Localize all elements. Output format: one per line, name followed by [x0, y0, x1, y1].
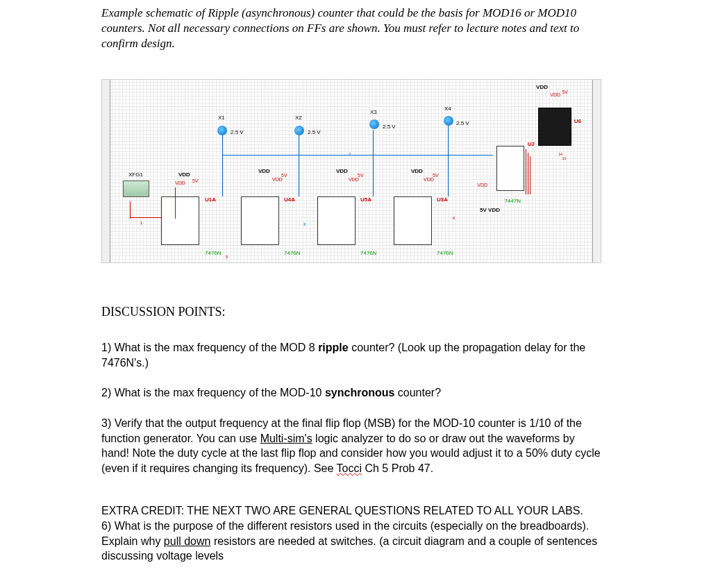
probe-x4	[444, 116, 453, 126]
u6-name: U6	[574, 118, 581, 124]
pin-num: 1	[140, 221, 142, 225]
wire	[222, 155, 493, 156]
ff-u3a-type: 7476N	[437, 250, 453, 256]
five-v-label: 5V	[192, 178, 199, 183]
ff-u3a-name: U3A	[437, 196, 448, 203]
schematic-caption: Example schematic of Ripple (asynchronou…	[101, 6, 601, 51]
ruler-left	[102, 80, 110, 262]
voltage-x3: 2.5 V	[383, 124, 396, 130]
ff-u1a-type: 7476N	[205, 250, 222, 256]
q3-spellcheck: Tocci	[337, 462, 362, 474]
vdd-red-ff2: VDD	[349, 177, 359, 182]
question-3: 3) Verify that the output frequency at t…	[101, 416, 601, 476]
u2-name: U2	[528, 141, 535, 147]
vdd-red-ff1: VDD	[272, 177, 283, 182]
q3-underline: Multi-sim's	[260, 432, 312, 444]
ff-u5a-type: 7476N	[360, 250, 377, 256]
vdd-u2: VDD	[477, 183, 487, 187]
five-v-ff3: 5V	[433, 173, 439, 178]
ff-u4a-type: 7476N	[284, 250, 301, 256]
wire	[130, 217, 161, 218]
probe-x4-label: X4	[444, 106, 451, 112]
probe-x1	[217, 126, 227, 135]
display-pin: 13	[562, 156, 566, 160]
q2-text-a: 2) What is the max frequency of the MOD-…	[101, 387, 325, 398]
vdd-ff3: VDD	[411, 168, 423, 174]
probe-x1-label: X1	[218, 115, 225, 121]
discussion-heading: DISCUSSION POINTS:	[101, 305, 601, 319]
flipflop-u3a	[394, 196, 432, 245]
wire	[130, 201, 131, 219]
five-v-display: 5V	[562, 90, 568, 94]
vdd-ff1: VDD	[258, 168, 270, 174]
pin-num: 2	[349, 152, 351, 156]
vdd-red-label: VDD	[175, 180, 185, 185]
wire	[222, 135, 223, 196]
wire	[175, 187, 176, 219]
five-v-ff2: 5V	[358, 173, 364, 178]
flipflop-u1a	[161, 196, 199, 245]
pin-num: 5	[226, 255, 228, 259]
pin-num: 3	[303, 222, 306, 226]
u2-type: 7447N	[504, 198, 521, 204]
question-1: 1) What is the max frequency of the MOD …	[101, 340, 601, 370]
function-generator	[123, 180, 149, 197]
q2-text-b: counter?	[394, 387, 441, 398]
wire	[528, 153, 528, 194]
decoder-u2	[496, 146, 524, 191]
voltage-x4: 2.5 V	[456, 120, 469, 126]
wire	[530, 156, 530, 194]
probe-x3-label: X3	[370, 109, 377, 115]
pin-num: 6	[453, 216, 455, 220]
ff-u5a-name: U5A	[360, 196, 371, 203]
vdd-label: VDD	[178, 171, 190, 178]
wire	[299, 135, 299, 196]
generator-label: XFG1	[128, 171, 143, 178]
flipflop-u4a	[241, 196, 279, 245]
q3-text-c: Ch 5 Prob 47.	[362, 462, 433, 474]
schematic-diagram: XFG1 VDD VDD 5V X1 2.5 V X2 2.5 V X3 2.5…	[101, 79, 601, 263]
q2-bold: synchronous	[325, 387, 394, 398]
probe-x2-label: X2	[295, 115, 302, 121]
vdd-display: VDD	[536, 84, 548, 90]
wire	[448, 126, 449, 196]
voltage-x2: 2.5 V	[308, 129, 321, 135]
vdd-red-ff3: VDD	[424, 177, 434, 182]
ruler-right	[592, 80, 601, 262]
five-v-ff1: 5V	[281, 173, 287, 178]
question-2: 2) What is the max frequency of the MOD-…	[101, 385, 601, 401]
q1-text-a: 1) What is the max frequency of the MOD …	[101, 342, 318, 353]
extra-credit-heading: EXTRA CREDIT: THE NEXT TWO ARE GENERAL Q…	[101, 503, 601, 519]
q1-bold: ripple	[318, 342, 349, 353]
vdd-red-display: VDD	[550, 92, 560, 97]
probe-x2	[294, 126, 304, 135]
wire	[526, 149, 526, 194]
display-u6	[538, 108, 571, 146]
ff-u1a-name: U1A	[205, 196, 216, 203]
probe-x3	[369, 119, 379, 129]
voltage-x1: 2.5 V	[231, 129, 244, 135]
question-6: 6) What is the purpose of the different …	[101, 519, 601, 564]
q6-underline: pull down	[164, 535, 211, 547]
flipflop-u5a	[317, 196, 356, 245]
wire	[373, 130, 374, 196]
bus-vdd-label: 5V VDD	[480, 207, 500, 213]
vdd-ff2: VDD	[336, 168, 348, 174]
ff-u4a-name: U4A	[284, 196, 295, 203]
